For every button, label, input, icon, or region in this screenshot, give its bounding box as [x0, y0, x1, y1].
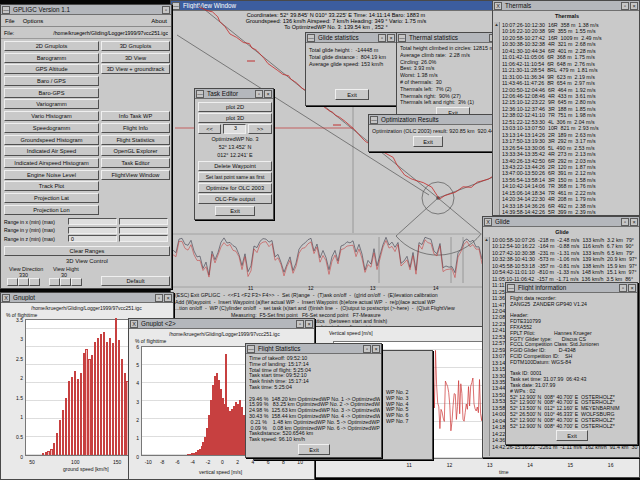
glide-titlebar[interactable]: X Glide ▫ × — [483, 217, 639, 227]
close-icon[interactable]: × — [630, 218, 638, 226]
view-direction-stepper[interactable] — [7, 278, 40, 286]
range-max-input[interactable] — [119, 227, 168, 234]
menu-options[interactable]: Options — [23, 18, 44, 24]
range-min-input[interactable] — [68, 227, 117, 234]
task-editor-titlebar[interactable]: — Task Editor ▫ × — [195, 89, 273, 99]
glide-statistics-titlebar[interactable]: — Glide statistics ▫ × — [306, 33, 396, 43]
plot-3d-button[interactable]: plot 3D — [198, 113, 272, 123]
plot-button-indicated-air-speed[interactable]: Indicated Air Speed — [4, 146, 99, 156]
next-wp-button[interactable]: >> — [248, 124, 272, 134]
menu-about[interactable]: About — [151, 18, 167, 24]
thermals-scrollbar[interactable]: ▲ — [494, 22, 500, 215]
thermal-statistics-titlebar[interactable]: — Thermal statistics ▫ × — [397, 33, 507, 43]
plot-button-projection-lon[interactable]: Projection Lon — [4, 205, 99, 215]
prev-wp-button[interactable]: << — [198, 124, 221, 134]
plot-button-baro-gps[interactable]: Baro / GPS — [4, 76, 99, 86]
glide-statistics-dialog[interactable]: — Glide statistics ▫ × Total glide heigh… — [305, 32, 397, 106]
range-min-input[interactable]: 0 — [68, 235, 117, 242]
glide-scrollbar[interactable]: ▲ — [484, 237, 490, 456]
default-button[interactable]: Default — [101, 276, 170, 286]
plot-button-projection-lat[interactable]: Projection Lat — [4, 193, 99, 203]
flight-information-titlebar[interactable]: — Flight information ▫ × — [506, 283, 637, 293]
plot-button-vario-histogram[interactable]: Vario Histogram — [4, 111, 99, 121]
exit-button[interactable]: Exit — [335, 89, 369, 100]
plot-button-opengl-explorer[interactable]: OpenGL Explorer — [101, 146, 170, 156]
close-icon[interactable]: × — [372, 345, 380, 353]
clear-ranges-button[interactable]: Clear Ranges — [4, 246, 170, 256]
glide-row[interactable]: 10:54:42-11:01:10 -810 m -1.33 m/s 148 k… — [492, 269, 640, 275]
range-max-input[interactable] — [119, 218, 168, 225]
task-editor-dialog[interactable]: — Task Editor ▫ × plot 2D plot 3D << 3 >… — [194, 88, 274, 220]
plot-button-2d-gnuplots[interactable]: 2D Gnuplots — [4, 41, 99, 51]
plot-button-3d-gnuplots[interactable]: 3D Gnuplots — [101, 41, 170, 51]
maximize-icon[interactable]: ▫ — [621, 218, 629, 226]
thermals-window[interactable]: X Thermals ▫ × Thermals ▲ 10:07:26-10:12… — [492, 0, 640, 216]
window-menu-icon[interactable]: — — [307, 34, 315, 42]
flight-statistics-dialog[interactable]: — Flight Statistics ▫ × Time of takeoff:… — [245, 343, 382, 458]
close-icon[interactable]: × — [628, 284, 636, 292]
window-menu-icon[interactable]: — — [2, 6, 10, 14]
plot-button-baro-gps[interactable]: Baro-GPS — [4, 88, 99, 98]
plot-button-3d-view[interactable]: 3D View — [101, 53, 170, 63]
gnuplot2-titlebar[interactable]: X Gnuplot <2> ▫ × — [129, 319, 314, 329]
exit-button[interactable]: Exit — [413, 136, 443, 147]
close-icon[interactable]: × — [387, 34, 395, 42]
maximize-icon[interactable]: ▫ — [378, 34, 386, 42]
exit-button[interactable]: Exit — [215, 206, 255, 216]
plot-button-engine-noise-level[interactable]: Engine Noise Level — [4, 170, 99, 180]
plot-button-info-task-wp[interactable]: Info Task WP — [101, 111, 170, 121]
gpligc-titlebar[interactable]: — GPLIGC Version 1.1 ▫ — [1, 5, 171, 15]
view-hight-stepper[interactable] — [49, 278, 82, 286]
plot-button-barogramm[interactable]: Barogramm — [4, 53, 99, 63]
glide-row[interactable]: 10:12:54-10:16:22 -164 m -0.88 m/s 116 k… — [492, 243, 640, 249]
gpligc-main-window[interactable]: — GPLIGC Version 1.1 ▫ File Options Abou… — [0, 4, 172, 289]
olc-file-output-button[interactable]: OLC-File output — [198, 194, 272, 204]
wp-longitude-label: 012° 12.241' E — [195, 152, 275, 158]
maximize-icon[interactable]: ▫ — [255, 90, 263, 98]
plot-button-flight-statistics[interactable]: Flight Statistics — [101, 135, 170, 145]
plot-button-track-plot[interactable]: Track Plot — [4, 181, 99, 191]
plot-button-task-editor[interactable]: Task Editor — [101, 158, 170, 168]
window-menu-icon[interactable]: — — [196, 90, 204, 98]
optimize-olc-button[interactable]: Optimize for OLC 2003 — [198, 183, 272, 193]
range-min-input[interactable] — [68, 218, 117, 225]
maximize-icon[interactable]: ▫ — [155, 294, 163, 302]
wp-index-field[interactable]: 3 — [223, 124, 246, 134]
window-menu-icon[interactable]: — — [507, 284, 515, 292]
maximize-icon[interactable]: ▫ — [296, 320, 304, 328]
flight-statistics-titlebar[interactable]: — Flight Statistics ▫ × — [246, 344, 381, 354]
glide-row[interactable]: 10:32:38-10:41:30 -573 m -1.06 m/s 139 k… — [492, 256, 640, 262]
plot-button-speedogramm[interactable]: Speedogramm — [4, 123, 99, 133]
maximize-icon[interactable]: ▫ — [621, 2, 629, 10]
plot-button-variogramm[interactable]: Variogramm — [4, 99, 99, 109]
window-menu-icon[interactable]: — — [247, 345, 255, 353]
close-icon[interactable]: × — [264, 90, 272, 98]
maximize-icon[interactable]: ▫ — [162, 6, 170, 14]
plot-button-flightview-window[interactable]: FlightView Window — [101, 170, 170, 180]
plot-2d-button[interactable]: plot 2D — [198, 102, 272, 112]
window-menu-icon[interactable]: — — [398, 34, 406, 42]
plot-button-3d-view-groundtrack[interactable]: 3D View + groundtrack — [101, 64, 170, 74]
plot-button-flight-info[interactable]: Flight Info — [101, 123, 170, 133]
delete-waypoint-button[interactable]: Delete Waypoint — [198, 161, 272, 171]
range-max-input[interactable] — [119, 235, 168, 242]
menu-file[interactable]: File — [5, 18, 15, 24]
close-icon[interactable]: × — [305, 320, 313, 328]
maximize-icon[interactable]: ▫ — [363, 345, 371, 353]
thermals-titlebar[interactable]: X Thermals ▫ × — [493, 1, 639, 11]
plot-button-indicated-airspeed-histogram[interactable]: Indicated Airspeed Histogram — [4, 158, 99, 168]
thermals-list[interactable]: 10:07:26-10:12:30 16R 358 m 1.38 m/s10:1… — [502, 22, 640, 216]
thermals-header: Thermals — [493, 13, 640, 19]
maximize-icon[interactable]: ▫ — [619, 284, 627, 292]
exit-button[interactable]: Exit — [556, 430, 588, 441]
thermal-row[interactable]: 14:39:58-14:42:26 5R 399 m 2.39 m/s — [502, 209, 640, 215]
set-last-point-button[interactable]: Set last point same as first — [198, 172, 272, 182]
close-icon[interactable]: × — [164, 294, 172, 302]
exit-button[interactable]: Exit — [298, 444, 330, 455]
flight-information-window[interactable]: — Flight information ▫ × Flight data rec… — [505, 282, 638, 445]
plot-button-groundspeed-histogram[interactable]: Groundspeed Histogram — [4, 135, 99, 145]
gnuplot1-titlebar[interactable]: X Gnuplot ▫ × — [1, 293, 173, 303]
plot-button-gps-altitude[interactable]: GPS Altitude — [4, 64, 99, 74]
window-menu-icon[interactable]: — — [370, 116, 378, 124]
close-icon[interactable]: × — [630, 2, 638, 10]
